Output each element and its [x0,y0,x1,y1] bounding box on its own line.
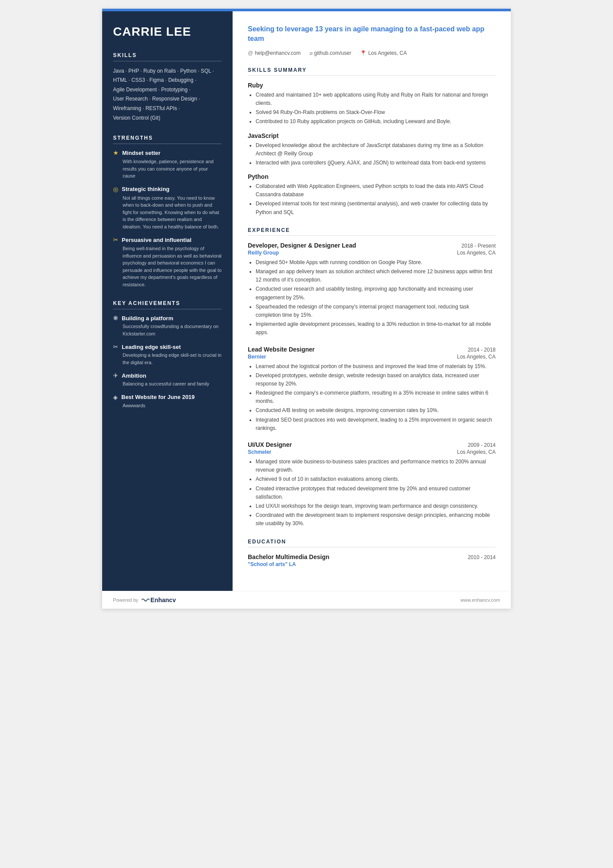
strength-icon: ◎ [113,186,118,193]
skill-group: JavaScriptDeveloped knowledge about the … [248,132,496,168]
resume-body: CARRIE LEE SKILLS Java · PHP · Ruby on R… [102,11,511,591]
sidebar: CARRIE LEE SKILLS Java · PHP · Ruby on R… [102,11,233,591]
achievement-header: ❋Building a platform [113,315,222,322]
strengths-list: ★Mindset setterWith knowledge, patience,… [113,149,222,288]
exp-bullet: Developed prototypes, website design, we… [256,372,496,388]
experience-title: EXPERIENCE [248,227,496,236]
strength-desc: Being well-trained in the psychology of … [113,245,222,288]
objective-text: Seeking to leverage 13 years in agile ma… [248,24,496,44]
github-icon: ⌀ [310,50,313,56]
exp-bullet: Created interactive prototypes that redu… [256,485,496,501]
exp-title: Developer, Designer & Designer Lead [248,242,356,249]
exp-bullets: Managed store wide business-to-business … [248,458,496,528]
skills-section: SKILLS Java · PHP · Ruby on Rails · Pyth… [113,52,222,123]
strength-title: Mindset setter [122,150,160,156]
experience-list: Developer, Designer & Designer Lead2018 … [248,242,496,528]
exp-header-row: Lead Website Designer2014 - 2018 [248,346,496,353]
achievement-header: ✈Ambition [113,372,222,379]
exp-bullet: Redesigned the company's e-commerce plat… [256,389,496,406]
skills-line: Java · PHP · Ruby on Rails · Python · SQ… [113,67,222,76]
skill-group-name: Python [248,173,496,180]
skill-bullet: Interacted with java controllers (jQuery… [256,159,496,167]
achievements-title: KEY ACHIEVEMENTS [113,300,222,309]
achievement-header: ◈Best Website for June 2019 [113,394,222,401]
skills-line: Version Control (Git) [113,114,222,123]
main-content: Seeking to leverage 13 years in agile ma… [233,11,511,591]
exp-bullet: Coordinated with the development team to… [256,511,496,528]
achievement-icon: ◈ [113,394,118,401]
education-list: Bachelor Multimedia Design2010 - 2014"Sc… [248,553,496,567]
strength-header: ✂Persuasive and influential [113,236,222,243]
skill-group-name: JavaScript [248,132,496,139]
exp-header-row: UI/UX Designer2009 - 2014 [248,441,496,448]
exp-location: Los Angeles, CA [457,250,496,256]
skill-group-name: Ruby [248,82,496,89]
achievement-header: ✂Leading edge skill-set [113,343,222,350]
exp-dates: 2018 - Present [461,243,496,249]
exp-bullets: Designed 50+ Mobile Apps with running co… [248,258,496,337]
brand-name: Enhancv [150,597,176,603]
edu-school: "School of arts" LA [248,561,496,567]
github-text: github.com/user [314,50,351,56]
exp-bullets: Learned about the logistical portion of … [248,362,496,433]
exp-dates: 2014 - 2018 [468,347,496,353]
experience-item: UI/UX Designer2009 - 2014SchmelerLos Ang… [248,441,496,528]
skill-bullet: Developed knowledge about the architectu… [256,141,496,158]
edu-header-row: Bachelor Multimedia Design2010 - 2014 [248,553,496,560]
skills-line: User Research · Responsive Design · [113,94,222,104]
candidate-name: CARRIE LEE [113,24,222,39]
exp-dates: 2009 - 2014 [468,442,496,448]
edu-degree: Bachelor Multimedia Design [248,553,329,560]
footer-website: www.enhancv.com [460,597,500,603]
location-text: Los Angeles, CA [368,50,407,56]
exp-bullet: Managed an app delivery team as solution… [256,268,496,284]
skill-bullet: Solved 94 Ruby-On-Rails problems on Stac… [256,108,496,117]
exp-title: UI/UX Designer [248,441,292,448]
achievement-desc: Successfully crowdfunding a documentary … [113,323,222,337]
achievement-title: Ambition [122,372,146,379]
email-contact: @ help@enhancv.com [248,50,301,56]
exp-bullet: Conducted user research and usability te… [256,285,496,302]
exp-location: Los Angeles, CA [457,354,496,360]
email-icon: @ [248,50,253,56]
email-text: help@enhancv.com [255,50,300,56]
exp-bullet: Conducted A/B testing on website designs… [256,406,496,415]
skill-bullets: Developed knowledge about the architectu… [248,141,496,168]
achievements-list: ❋Building a platformSuccessfully crowdfu… [113,315,222,409]
strength-item: ◎Strategic thinkingNot all things come e… [113,186,222,231]
contact-row: @ help@enhancv.com ⌀ github.com/user 📍 L… [248,50,496,56]
experience-item: Developer, Designer & Designer Lead2018 … [248,242,496,337]
exp-bullet: Implemented agile development processes,… [256,320,496,337]
skill-bullet: Contributed to 10 Ruby application proje… [256,117,496,126]
skills-text: Java · PHP · Ruby on Rails · Python · SQ… [113,67,222,123]
achievement-icon: ✂ [113,343,118,350]
strength-header: ★Mindset setter [113,149,222,156]
achievements-section: KEY ACHIEVEMENTS ❋Building a platformSuc… [113,300,222,409]
strength-header: ◎Strategic thinking [113,186,222,193]
strength-title: Strategic thinking [122,186,170,192]
resume-container: CARRIE LEE SKILLS Java · PHP · Ruby on R… [102,9,511,609]
location-icon: 📍 [360,50,366,56]
education-item: Bachelor Multimedia Design2010 - 2014"Sc… [248,553,496,567]
strength-desc: Not all things come easy. You need to kn… [113,194,222,231]
achievement-title: Leading edge skill-set [122,344,181,350]
strength-icon: ✂ [113,236,118,243]
achievement-title: Best Website for June 2019 [121,394,195,400]
strength-title: Persuasive and influential [122,237,191,243]
exp-bullet: Spearheaded the redesign of the company'… [256,303,496,319]
exp-bullet: Led UX/UI workshops for the design team,… [256,502,496,510]
achievement-icon: ✈ [113,372,118,379]
exp-company: Schmeler [248,449,271,455]
exp-header-row: Developer, Designer & Designer Lead2018 … [248,242,496,249]
skill-group: PythonCollaborated with Web Application … [248,173,496,217]
achievement-desc: Balancing a successful career and family [113,380,222,388]
github-contact: ⌀ github.com/user [310,50,351,56]
exp-bullet: Achieved 9 out of 10 in satisfaction eva… [256,475,496,483]
strengths-title: STRENGTHS [113,135,222,144]
achievement-title: Building a platform [122,315,173,322]
achievement-item: ✈AmbitionBalancing a successful career a… [113,372,222,388]
exp-company: Reilly Group [248,250,279,256]
strengths-section: STRENGTHS ★Mindset setterWith knowledge,… [113,135,222,288]
skills-line: HTML · CSS3 · Figma · Debugging · [113,76,222,85]
skills-title: SKILLS [113,52,222,61]
